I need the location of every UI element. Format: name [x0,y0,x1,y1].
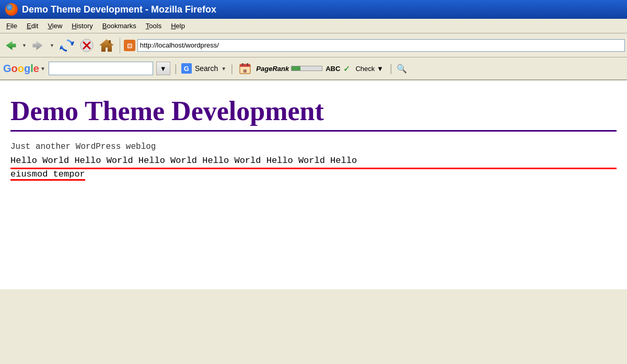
menu-history[interactable]: History [67,21,97,31]
menu-bar: File Edit View History Bookmarks Tools H… [0,19,627,33]
address-bar: ⊡ [124,39,625,52]
svg-marker-7 [99,39,114,52]
nav-toolbar: ▼ ▼ [0,33,627,57]
google-search-input[interactable] [49,62,153,75]
google-search-dropdown[interactable]: ▼ [156,62,170,75]
menu-bookmarks[interactable]: Bookmarks [98,21,141,31]
title-bar: Demo Theme Development - Mozilla Firefox [0,0,627,19]
post-text-container: Hello World Hello World Hello World Hell… [10,156,617,169]
home-button[interactable] [97,36,116,55]
menu-help[interactable]: Help [167,21,189,31]
check-dropdown-icon[interactable]: ▼ [377,65,384,73]
google-logo-area[interactable]: Google ▼ [3,63,45,75]
search-dropdown-icon[interactable]: ▼ [221,66,226,72]
toolbar-separator2: | [230,63,233,75]
svg-rect-8 [109,40,111,43]
site-title: Demo Theme Development [10,96,617,132]
menu-tools[interactable]: Tools [142,21,166,31]
svg-rect-14 [247,63,248,66]
back-dropdown[interactable]: ▼ [21,43,28,48]
check-label: Check [355,65,375,73]
lorem-text: eiusmod tempor [10,169,617,179]
check-button[interactable]: Check ▼ [353,64,385,74]
magnifier-icon[interactable]: 🔍 [397,64,407,74]
stop-button[interactable] [78,37,95,54]
nav-separator [120,38,120,53]
svg-marker-0 [6,41,16,50]
calendar-toolbar-button[interactable]: ▦ [237,62,253,75]
back-button[interactable] [2,37,19,54]
toolbar-separator3: | [390,63,392,75]
reload-button[interactable] [57,36,76,55]
pagerank-area: PageRank [256,65,322,73]
content-area: Demo Theme Development Just another Word… [0,80,627,289]
forward-dropdown[interactable]: ▼ [49,43,55,48]
google-g-icon: G [181,63,192,74]
abc-check-icon: ABC [326,65,340,73]
google-dropdown-icon[interactable]: ▼ [40,66,45,72]
svg-text:⊡: ⊡ [127,42,132,50]
svg-text:▦: ▦ [243,68,247,73]
post-text: Hello World Hello World Hello World Hell… [10,156,617,166]
search-label: Search [195,64,218,73]
toolbar-separator: | [175,63,177,75]
svg-rect-13 [242,63,243,66]
red-underline-decoration [10,168,617,169]
menu-edit[interactable]: Edit [22,21,42,31]
moz-icon: ⊡ [124,40,135,51]
google-toolbar: Google ▼ ▼ | G Search ▼ | ▦ PageRank ABC… [0,57,627,80]
google-logo: Google [3,63,39,75]
pagerank-bar [291,66,322,71]
menu-file[interactable]: File [2,21,21,31]
checkmark-icon: ✓ [343,64,350,74]
svg-marker-1 [32,41,42,50]
firefox-logo-icon [5,3,18,16]
svg-rect-12 [240,64,250,67]
url-input[interactable] [137,39,625,52]
window-title: Demo Theme Development - Mozilla Firefox [22,4,216,15]
site-subtitle: Just another WordPress weblog [10,142,617,151]
forward-button[interactable] [30,37,47,54]
pagerank-label: PageRank [256,65,289,73]
menu-view[interactable]: View [43,21,66,31]
